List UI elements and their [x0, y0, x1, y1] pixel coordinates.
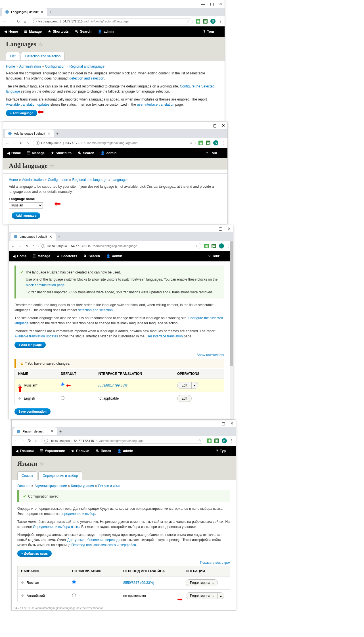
close-icon[interactable]: ✕ — [222, 123, 225, 128]
breadcrumb-config[interactable]: Конфигурация — [71, 484, 94, 488]
show-row-weights-link[interactable]: Show row weights — [196, 353, 224, 357]
drag-handle-icon[interactable]: ✥ — [21, 581, 24, 585]
shortcuts-button[interactable]: ★Ярлыки — [71, 449, 89, 453]
extension-icon[interactable]: ◉ — [198, 141, 203, 145]
address-bar[interactable]: iНе защищено|54.77.172.115/admin/config/… — [38, 243, 201, 249]
close-icon[interactable]: ✕ — [219, 2, 222, 6]
admin-button[interactable]: 👤admin — [106, 254, 122, 258]
add-language-button[interactable]: + Add language — [6, 110, 37, 116]
star-icon[interactable]: ☆ — [39, 461, 44, 467]
home-icon[interactable]: ⌂ — [34, 438, 38, 443]
tab-close-icon[interactable]: ✕ — [41, 10, 44, 14]
extension-icon[interactable]: ▣ — [206, 141, 210, 145]
info-icon[interactable]: i — [33, 20, 37, 23]
new-tab-button[interactable]: + — [58, 234, 60, 239]
address-bar[interactable]: iНе защищено|54.77.172.115/admin/config/… — [30, 18, 193, 24]
admin-button[interactable]: 👤admin — [98, 30, 114, 34]
home-icon[interactable]: ⌂ — [23, 19, 27, 24]
star-icon[interactable]: ☆ — [198, 439, 201, 442]
drag-handle-icon[interactable]: ✥ — [21, 594, 24, 598]
ui-translation-link[interactable]: user interface translation — [137, 103, 174, 106]
forward-icon[interactable]: → — [12, 141, 16, 145]
scrollbar[interactable] — [230, 241, 233, 419]
tab-list[interactable]: List — [6, 52, 20, 60]
shortcuts-button[interactable]: ★Shortcuts — [57, 254, 77, 258]
breadcrumb-admin[interactable]: Администрирование — [34, 484, 67, 488]
ui-translation-link[interactable]: user interface translation — [145, 334, 183, 338]
minimize-icon[interactable]: — — [204, 123, 208, 128]
language-name-select[interactable]: Russian — [9, 202, 43, 208]
delete-button[interactable]: Удалить — [205, 599, 224, 599]
breadcrumb-admin[interactable]: Administration — [22, 178, 44, 182]
address-bar[interactable]: iНе защищено|54.77.172.115/ru/admin/conf… — [41, 438, 204, 444]
maximize-icon[interactable]: ▢ — [210, 2, 214, 6]
profile-avatar[interactable]: B — [213, 140, 218, 145]
show-row-weights-link[interactable]: Показать вес строк — [200, 561, 230, 565]
ui-translation-link[interactable]: Перевод пользовательского интерфейса — [71, 543, 136, 547]
edit-button[interactable]: Редактировать — [186, 580, 217, 586]
star-icon[interactable]: ☆ — [50, 163, 54, 169]
back-to-site-button[interactable]: ◀Home — [7, 151, 21, 155]
maximize-icon[interactable]: ▢ — [219, 226, 222, 231]
breadcrumb-config[interactable]: Configuration — [45, 64, 65, 68]
breadcrumb-admin[interactable]: Administration — [19, 64, 41, 68]
reload-icon[interactable]: ↻ — [25, 244, 29, 248]
tab-close-icon[interactable]: ✕ — [49, 235, 52, 239]
detection-selection-link[interactable]: detection and selection — [78, 308, 113, 312]
default-radio[interactable] — [61, 396, 64, 400]
detection-selection-link[interactable]: detection and selection — [69, 76, 104, 80]
profile-avatar[interactable]: B — [210, 19, 216, 24]
tab-detection-selection[interactable]: Detection and selection — [21, 52, 65, 60]
back-icon[interactable]: ← — [3, 19, 7, 24]
minimize-icon[interactable]: — — [212, 421, 216, 426]
admin-button[interactable]: 👤admin — [101, 151, 116, 155]
translation-updates-link[interactable]: Available translation updates — [14, 334, 58, 338]
new-tab-button[interactable]: + — [56, 131, 58, 136]
back-to-site-button[interactable]: ◀Home — [4, 30, 18, 34]
info-icon[interactable]: i — [41, 244, 45, 248]
search-button[interactable]: 🔍︎Поиск — [96, 449, 111, 453]
shortcuts-button[interactable]: ★Shortcuts — [51, 151, 72, 155]
maximize-icon[interactable]: ▢ — [213, 123, 217, 128]
breadcrumb-regional[interactable]: Regional and language — [70, 64, 104, 68]
profile-avatar[interactable]: B — [222, 438, 227, 443]
back-icon[interactable]: ← — [14, 438, 18, 443]
home-icon[interactable]: ⌂ — [26, 141, 30, 145]
add-language-submit[interactable]: Add language — [12, 212, 40, 219]
address-bar[interactable]: iНе защищено|54.77.172.115/admin/config/… — [33, 140, 196, 146]
add-language-button[interactable]: + Добавить язык — [17, 550, 52, 557]
add-language-button[interactable]: + Add language — [14, 342, 46, 348]
dropdown-toggle[interactable]: ▾ — [191, 382, 198, 389]
manage-button[interactable]: ☰Manage — [33, 254, 50, 258]
translation-progress-link[interactable]: 8559/8617 (99.33%) — [123, 581, 154, 585]
info-icon[interactable]: i — [36, 141, 39, 145]
minimize-icon[interactable]: — — [210, 226, 214, 231]
save-configuration-button[interactable]: Save configuration — [14, 408, 51, 415]
edit-button[interactable]: Редактировать — [186, 593, 217, 599]
back-icon[interactable]: ← — [5, 141, 9, 145]
edit-button[interactable]: Edit — [177, 395, 191, 402]
manage-button[interactable]: ☰Manage — [27, 151, 45, 155]
menu-icon[interactable]: ⋮ — [218, 19, 222, 24]
breadcrumb-regional[interactable]: Регион и язык — [98, 484, 120, 488]
maximize-icon[interactable]: ▢ — [221, 421, 225, 426]
default-radio[interactable] — [72, 594, 76, 597]
back-icon[interactable]: ← — [11, 244, 15, 248]
browser-tab[interactable]: Add language | default✕ — [5, 130, 54, 137]
detection-selection-link[interactable]: определение и выбор — [60, 512, 95, 516]
tab-close-icon[interactable]: ✕ — [47, 131, 51, 136]
star-icon[interactable]: ☆ — [38, 41, 43, 47]
breadcrumb-home[interactable]: Home — [6, 64, 15, 68]
breadcrumb-home[interactable]: Home — [9, 178, 18, 182]
forward-icon[interactable]: → — [18, 244, 22, 248]
back-to-site-button[interactable]: ◀Главная — [16, 449, 34, 453]
extension-icon[interactable]: ◉ — [207, 438, 212, 443]
translation-updates-link[interactable]: Available translation updates — [6, 103, 49, 106]
edit-button[interactable]: Edit — [177, 382, 191, 389]
manage-button[interactable]: ☰Управление — [40, 449, 65, 453]
close-icon[interactable]: ✕ — [227, 226, 231, 231]
admin-button[interactable]: 👤admin — [117, 449, 133, 453]
profile-avatar[interactable]: B — [219, 243, 224, 248]
new-tab-button[interactable]: + — [59, 429, 62, 434]
tour-button[interactable]: ?Tour — [203, 30, 214, 34]
